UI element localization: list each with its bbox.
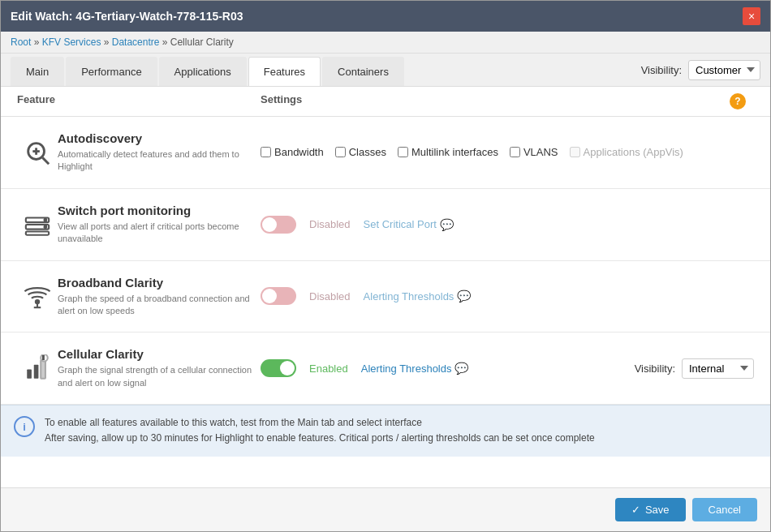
tab-features[interactable]: Features	[248, 57, 321, 86]
visibility-select[interactable]: Customer Internal Public	[688, 60, 760, 80]
switch-port-toggle[interactable]	[261, 216, 296, 234]
cellular-action-link[interactable]: Alerting Thresholds 💬	[361, 362, 469, 375]
feature-row-broadband: Broadband Clarity Graph the speed of a b…	[1, 261, 770, 333]
broadband-toggle-slider	[261, 287, 296, 305]
svg-point-8	[45, 225, 47, 228]
broadband-name: Broadband Clarity	[58, 276, 261, 290]
autodiscovery-info: Autodiscovery Automatically detect featu…	[58, 131, 261, 174]
autodiscovery-name: Autodiscovery	[58, 131, 261, 145]
feature-row-switch-port: Switch port monitoring View all ports an…	[1, 189, 770, 261]
autodiscovery-checkboxes: Bandwidth Classes Multilink interfaces V…	[261, 146, 683, 158]
tab-applications[interactable]: Applications	[159, 57, 247, 86]
switch-port-toggle-label: Disabled	[309, 218, 351, 230]
switch-port-name: Switch port monitoring	[58, 204, 261, 217]
broadband-info: Broadband Clarity Graph the speed of a b…	[58, 276, 261, 318]
global-visibility: Visibility: Customer Internal Public	[641, 60, 760, 80]
switch-port-settings: Disabled Set Critical Port 💬	[261, 216, 754, 234]
feature-row-cellular: ! Cellular Clarity Graph the signal stre…	[1, 332, 770, 405]
column-headers: Feature Settings ?	[1, 87, 770, 117]
switch-port-icon	[17, 211, 58, 238]
tab-main[interactable]: Main	[11, 57, 64, 86]
svg-point-7	[45, 219, 47, 221]
tab-containers[interactable]: Containers	[322, 57, 404, 86]
col-settings-header: Settings	[261, 93, 730, 109]
breadcrumb: Root » KFV Services » Datacentre » Cellu…	[1, 32, 770, 54]
autodiscovery-icon	[17, 139, 58, 166]
checkbox-classes[interactable]: Classes	[335, 146, 386, 158]
svg-rect-13	[34, 365, 39, 379]
feature-row-autodiscovery: Autodiscovery Automatically detect featu…	[1, 117, 770, 189]
cellular-comment-icon: 💬	[454, 362, 468, 375]
checkbox-vlans[interactable]: VLANS	[510, 146, 558, 158]
checkbox-multilink[interactable]: Multilink interfaces	[398, 146, 498, 158]
autodiscovery-settings: Bandwidth Classes Multilink interfaces V…	[261, 146, 754, 158]
modal-header: Edit Watch: 4G-Tertiary-Watch-778-115-R0…	[1, 1, 770, 32]
broadband-icon	[17, 282, 58, 310]
col-feature-header: Feature	[17, 93, 261, 109]
cellular-settings: Enabled Alerting Thresholds 💬 Visibility…	[261, 358, 754, 379]
svg-point-9	[36, 300, 39, 303]
cellular-toggle-label: Enabled	[309, 363, 348, 375]
tabs-bar: Main Performance Applications Features C…	[1, 54, 770, 87]
save-checkmark-icon: ✓	[631, 504, 640, 516]
cancel-label: Cancel	[709, 504, 741, 516]
cellular-desc: Graph the signal strength of a cellular …	[58, 364, 261, 389]
cellular-name: Cellular Clarity	[58, 347, 261, 361]
help-icon[interactable]: ?	[730, 93, 746, 109]
broadband-settings: Disabled Alerting Thresholds 💬	[261, 287, 754, 305]
main-content: Feature Settings ? Autodiscovery Automat…	[1, 87, 770, 487]
svg-rect-12	[27, 370, 32, 379]
switch-port-desc: View all ports and alert if critical por…	[58, 221, 261, 246]
info-line1: To enable all features available to this…	[45, 415, 595, 431]
save-label: Save	[645, 504, 670, 516]
cellular-toggle-slider	[261, 359, 296, 377]
info-line2: After saving, allow up to 30 minutes for…	[45, 431, 595, 446]
broadband-toggle-label: Disabled	[309, 290, 351, 302]
switch-port-comment-icon: 💬	[440, 218, 454, 231]
cellular-visibility-select[interactable]: Internal Customer Public	[682, 358, 754, 379]
switch-port-action-link[interactable]: Set Critical Port 💬	[364, 218, 454, 231]
save-button[interactable]: ✓ Save	[615, 498, 686, 521]
autodiscovery-desc: Automatically detect features and add th…	[58, 148, 261, 174]
checkbox-appvis: Applications (AppVis)	[570, 146, 683, 158]
modal-container: Edit Watch: 4G-Tertiary-Watch-778-115-R0…	[0, 0, 771, 532]
cellular-info: Cellular Clarity Graph the signal streng…	[58, 347, 261, 389]
cellular-toggle[interactable]	[261, 359, 296, 377]
help-icon-container: ?	[730, 93, 754, 109]
switch-port-toggle-slider	[261, 216, 296, 234]
visibility-label: Visibility:	[641, 64, 682, 76]
svg-text:!: !	[42, 356, 44, 361]
modal-title: Edit Watch: 4G-Tertiary-Watch-778-115-R0…	[11, 10, 243, 23]
broadband-action-link[interactable]: Alerting Thresholds 💬	[364, 290, 472, 302]
info-icon: i	[14, 416, 35, 437]
tab-performance[interactable]: Performance	[66, 57, 157, 86]
info-bar: i To enable all features available to th…	[1, 405, 770, 456]
broadband-comment-icon: 💬	[457, 290, 471, 302]
svg-line-1	[42, 157, 49, 164]
svg-rect-14	[41, 360, 45, 379]
close-button[interactable]: ×	[743, 7, 760, 25]
cellular-visibility: Visibility: Internal Customer Public	[635, 358, 754, 379]
cellular-visibility-label: Visibility:	[635, 363, 675, 375]
cancel-button[interactable]: Cancel	[692, 498, 757, 521]
broadband-toggle[interactable]	[261, 287, 296, 305]
broadband-desc: Graph the speed of a broadband connectio…	[58, 293, 261, 318]
footer: ✓ Save Cancel	[1, 487, 770, 531]
cellular-icon: !	[17, 354, 58, 382]
switch-port-info: Switch port monitoring View all ports an…	[58, 204, 261, 246]
checkbox-bandwidth[interactable]: Bandwidth	[261, 146, 324, 158]
svg-rect-6	[26, 231, 49, 234]
info-text: To enable all features available to this…	[45, 415, 595, 446]
